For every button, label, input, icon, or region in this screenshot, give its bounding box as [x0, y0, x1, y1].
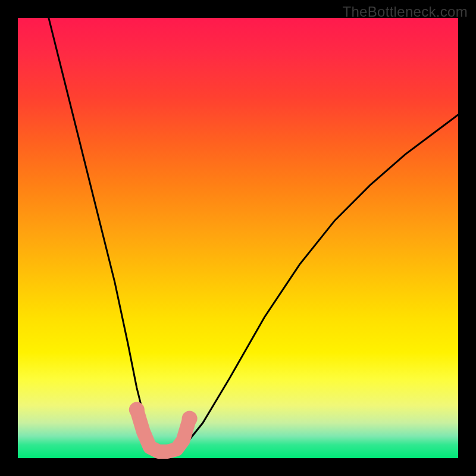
curve-layer [18, 18, 458, 458]
bottleneck-curve [49, 18, 458, 454]
marker-dot [182, 411, 198, 426]
marker-band [137, 410, 190, 452]
plot-area [18, 18, 458, 458]
marker-dot [129, 402, 145, 418]
chart-container: TheBottleneck.com [0, 0, 476, 476]
